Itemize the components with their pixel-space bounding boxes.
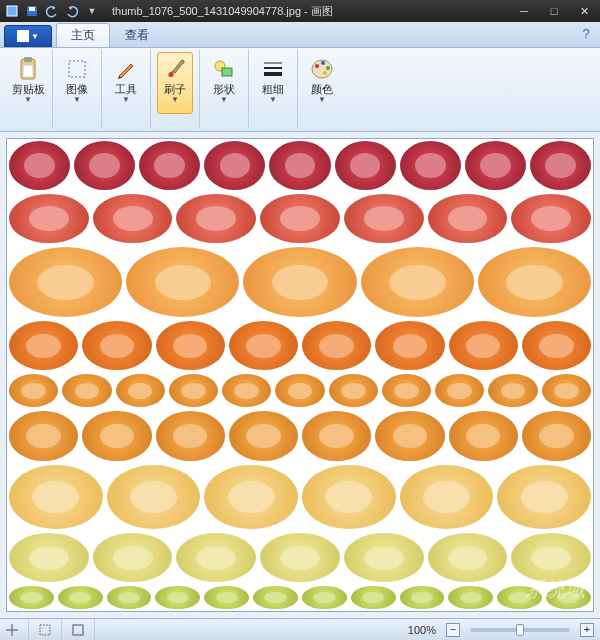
chevron-down-icon: ▼: [220, 95, 228, 104]
file-icon: [17, 30, 29, 42]
group-clipboard: 剪贴板 ▼: [4, 50, 53, 129]
status-bar: 100% − +: [0, 618, 600, 640]
group-shapes: 形状 ▼: [200, 50, 249, 129]
pencil-icon: [114, 57, 138, 81]
crosshair-icon: [6, 624, 18, 636]
brushes-label: 刷子: [164, 83, 186, 95]
selection-icon: [39, 624, 51, 636]
chevron-down-icon: ▼: [269, 95, 277, 104]
zoom-in-button[interactable]: +: [580, 623, 594, 637]
minimize-button[interactable]: ─: [512, 5, 536, 18]
shapes-button[interactable]: 形状 ▼: [206, 52, 242, 114]
ribbon-tabs: ▼ 主页 查看 ?: [0, 22, 600, 48]
chevron-down-icon: ▼: [318, 95, 326, 104]
select-button[interactable]: 图像 ▼: [59, 52, 95, 114]
group-brushes: 刷子 ▼: [151, 50, 200, 129]
qat-dropdown-icon[interactable]: ▼: [84, 3, 100, 19]
shapes-label: 形状: [213, 83, 235, 95]
colors-label: 颜色: [311, 83, 333, 95]
redo-icon[interactable]: [64, 3, 80, 19]
selection-size: [39, 619, 62, 640]
close-button[interactable]: ✕: [572, 5, 596, 18]
save-icon[interactable]: [24, 3, 40, 19]
clipboard-icon: [16, 57, 40, 81]
image-label: 图像: [66, 83, 88, 95]
chevron-down-icon: ▼: [24, 95, 32, 104]
cursor-position: [6, 619, 29, 640]
image-size: [72, 619, 95, 640]
tools-button[interactable]: 工具 ▼: [108, 52, 144, 114]
select-icon: [65, 57, 89, 81]
svg-rect-19: [40, 625, 50, 635]
tools-label: 工具: [115, 83, 137, 95]
chevron-down-icon: ▼: [122, 95, 130, 104]
group-thickness: 粗细 ▼: [249, 50, 298, 129]
svg-rect-2: [29, 7, 35, 11]
paste-label: 剪贴板: [12, 83, 45, 95]
svg-point-14: [321, 61, 325, 65]
title-bar: ▼ thumb_1076_500_1431049904778.jpg - 画图 …: [0, 0, 600, 22]
canvas-area: 系统域: [0, 132, 600, 618]
brush-icon: [163, 57, 187, 81]
group-colors: 颜色 ▼: [298, 50, 346, 129]
zoom-thumb[interactable]: [516, 624, 524, 636]
group-tools: 工具 ▼: [102, 50, 151, 129]
shapes-icon: [212, 57, 236, 81]
chevron-down-icon: ▼: [73, 95, 81, 104]
group-image: 图像 ▼: [53, 50, 102, 129]
svg-rect-5: [23, 65, 33, 77]
quick-access-toolbar: ▼: [4, 3, 100, 19]
size-icon: [72, 624, 84, 636]
thickness-label: 粗细: [262, 83, 284, 95]
tab-home[interactable]: 主页: [56, 23, 110, 47]
lines-icon: [261, 57, 285, 81]
svg-point-15: [326, 66, 330, 70]
undo-icon[interactable]: [44, 3, 60, 19]
tab-view[interactable]: 查看: [110, 23, 164, 47]
svg-point-13: [315, 64, 319, 68]
svg-rect-4: [24, 57, 32, 62]
svg-rect-6: [69, 61, 85, 77]
maximize-button[interactable]: □: [542, 5, 566, 18]
window-title: thumb_1076_500_1431049904778.jpg - 画图: [100, 4, 512, 19]
colors-button[interactable]: 颜色 ▼: [304, 52, 340, 114]
app-menu-icon[interactable]: [4, 3, 20, 19]
svg-rect-20: [73, 625, 83, 635]
paste-button[interactable]: 剪贴板 ▼: [10, 52, 46, 114]
chevron-down-icon: ▼: [171, 95, 179, 104]
svg-rect-8: [222, 68, 232, 76]
document-image: [7, 139, 593, 611]
svg-rect-0: [7, 6, 17, 16]
zoom-out-button[interactable]: −: [446, 623, 460, 637]
brushes-button[interactable]: 刷子 ▼: [157, 52, 193, 114]
file-menu-button[interactable]: ▼: [4, 25, 52, 47]
help-icon[interactable]: ?: [578, 26, 594, 42]
zoom-value: 100%: [408, 624, 436, 636]
thickness-button[interactable]: 粗细 ▼: [255, 52, 291, 114]
canvas[interactable]: 系统域: [6, 138, 594, 612]
window-controls: ─ □ ✕: [512, 5, 596, 18]
chevron-down-icon: ▼: [31, 32, 39, 41]
zoom-slider[interactable]: [470, 628, 570, 632]
ribbon: 剪贴板 ▼ 图像 ▼ 工具 ▼ 刷子 ▼ 形状 ▼: [0, 48, 600, 132]
svg-point-16: [323, 71, 327, 75]
palette-icon: [310, 57, 334, 81]
